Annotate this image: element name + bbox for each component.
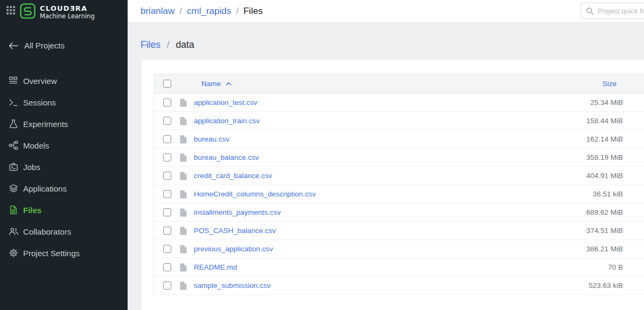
- cloudera-logo-icon: [20, 3, 36, 21]
- file-doc-icon: [180, 135, 187, 144]
- breadcrumb-current: Files: [243, 6, 263, 17]
- file-table: Name Size application_test.csv 25.34 MiB…: [153, 74, 644, 295]
- sidebar-item-label: Jobs: [23, 163, 40, 172]
- file-doc-icon: [180, 263, 187, 272]
- search-input[interactable]: [598, 7, 644, 15]
- model-graph-icon: [9, 140, 18, 150]
- file-link[interactable]: HomeCredit_columns_description.csv: [194, 190, 316, 198]
- file-link[interactable]: POS_CASH_balance.csv: [194, 227, 276, 235]
- flask-icon: [9, 119, 18, 129]
- row-checkbox[interactable]: [163, 153, 171, 161]
- sidebar-item-jobs[interactable]: Jobs: [0, 156, 128, 178]
- table-row: sample_submission.csv 523.63 kiB: [154, 277, 644, 295]
- overview-icon: [9, 76, 18, 86]
- file-doc-icon: [180, 172, 187, 180]
- sidebar-item-project-settings[interactable]: Project Settings: [0, 242, 128, 264]
- row-checkbox[interactable]: [163, 263, 171, 271]
- row-checkbox[interactable]: [163, 245, 171, 253]
- table-row: HomeCredit_columns_description.csv 36.51…: [154, 185, 644, 203]
- file-doc-icon: [180, 208, 187, 217]
- row-checkbox[interactable]: [163, 98, 171, 107]
- row-checkbox[interactable]: [163, 135, 171, 143]
- table-row: credit_card_balance.csv 404.91 MiB: [154, 167, 644, 185]
- file-link[interactable]: bureau_balance.csv: [194, 153, 259, 161]
- row-checkbox[interactable]: [163, 172, 171, 180]
- file-size: 404.91 MiB: [503, 172, 644, 180]
- file-size: 374.51 MiB: [503, 227, 644, 235]
- file-doc-icon: [180, 190, 187, 199]
- gear-icon: [9, 248, 18, 258]
- file-size: 70 B: [503, 263, 644, 271]
- terminal-icon: [9, 97, 18, 107]
- sidebar-item-sessions[interactable]: Sessions: [0, 91, 128, 113]
- file-link[interactable]: bureau.csv: [194, 135, 229, 143]
- sidebar-item-applications[interactable]: Applications: [0, 178, 128, 199]
- file-size: 36.51 kiB: [503, 190, 644, 198]
- file-link[interactable]: README.md: [194, 263, 237, 271]
- file-doc-icon: [180, 281, 187, 290]
- arrow-left-icon: [9, 42, 18, 50]
- back-all-projects[interactable]: All Projects: [9, 41, 65, 50]
- sidebar-item-label: Applications: [23, 184, 67, 193]
- brand-header: CLOUDƎRA Machine Learning: [6, 3, 95, 21]
- row-checkbox[interactable]: [163, 227, 171, 235]
- people-icon: [9, 227, 18, 236]
- file-link[interactable]: credit_card_balance.csv: [194, 172, 272, 180]
- breadcrumb-separator: /: [179, 6, 182, 17]
- sidebar-item-collaborators[interactable]: Collaborators: [0, 221, 128, 242]
- row-checkbox[interactable]: [163, 208, 171, 216]
- file-size: 523.63 kiB: [503, 281, 644, 290]
- breadcrumb: brianlaw / cml_rapids / Files: [141, 0, 263, 23]
- file-size: 162.14 MiB: [503, 135, 644, 143]
- sidebar-item-label: Sessions: [23, 98, 56, 107]
- layers-icon: [9, 184, 18, 193]
- file-size: 689.62 MiB: [503, 208, 644, 216]
- breadcrumb-project-link[interactable]: cml_rapids: [187, 6, 231, 17]
- table-row: POS_CASH_balance.csv 374.51 MiB: [154, 222, 644, 240]
- file-link[interactable]: previous_application.csv: [194, 245, 273, 253]
- sidebar: CLOUDƎRA Machine Learning All Projects O…: [0, 0, 128, 310]
- file-doc-icon: [180, 98, 187, 107]
- file-table-card: Name Size application_test.csv 25.34 MiB…: [141, 59, 644, 310]
- path-separator: /: [167, 39, 170, 50]
- table-row: application_test.csv 25.34 MiB: [154, 94, 644, 112]
- file-link[interactable]: installments_payments.csv: [194, 208, 281, 216]
- brand-name: CLOUDƎRA: [40, 5, 95, 12]
- file-link[interactable]: application_train.csv: [194, 117, 260, 125]
- table-row: bureau_balance.csv 358.19 MiB: [154, 149, 644, 167]
- sidebar-item-models[interactable]: Models: [0, 135, 128, 156]
- select-all-checkbox[interactable]: [163, 80, 171, 88]
- row-checkbox[interactable]: [163, 281, 171, 290]
- sidebar-item-label: Experiments: [23, 119, 68, 129]
- file-link[interactable]: application_test.csv: [194, 98, 257, 107]
- sidebar-item-experiments[interactable]: Experiments: [0, 113, 128, 135]
- row-checkbox[interactable]: [163, 190, 171, 198]
- table-row: bureau.csv 162.14 MiB: [154, 130, 644, 149]
- file-size: 386.21 MiB: [503, 245, 644, 253]
- sidebar-item-label: Project Settings: [23, 249, 80, 258]
- sidebar-item-files[interactable]: Files: [0, 199, 128, 221]
- table-row: installments_payments.csv 689.62 MiB: [154, 203, 644, 222]
- file-size: 358.19 MiB: [503, 153, 644, 161]
- sidebar-item-overview[interactable]: Overview: [0, 70, 128, 91]
- row-checkbox[interactable]: [163, 117, 171, 125]
- sort-ascending-icon: [226, 82, 232, 86]
- sidebar-item-label: Collaborators: [23, 227, 71, 236]
- brand-text: CLOUDƎRA Machine Learning: [40, 3, 95, 20]
- breadcrumb-user-link[interactable]: brianlaw: [141, 6, 174, 17]
- column-header-name[interactable]: Name: [194, 80, 503, 88]
- table-row: application_train.csv 158.44 MiB: [154, 112, 644, 130]
- files-root-link[interactable]: Files: [141, 39, 160, 50]
- table-row: README.md 70 B: [154, 258, 644, 277]
- file-doc-icon: [180, 227, 187, 235]
- search-icon: [586, 7, 594, 15]
- file-icon: [9, 205, 18, 215]
- file-doc-icon: [180, 153, 187, 162]
- current-folder: data: [176, 39, 194, 50]
- project-quick-find[interactable]: [580, 3, 644, 19]
- top-header-bar: brianlaw / cml_rapids / Files: [128, 0, 644, 23]
- app-launcher-icon[interactable]: [6, 6, 15, 15]
- file-link[interactable]: sample_submission.csv: [194, 281, 271, 290]
- sidebar-item-label: Overview: [23, 76, 57, 86]
- column-header-size[interactable]: Size: [503, 80, 644, 88]
